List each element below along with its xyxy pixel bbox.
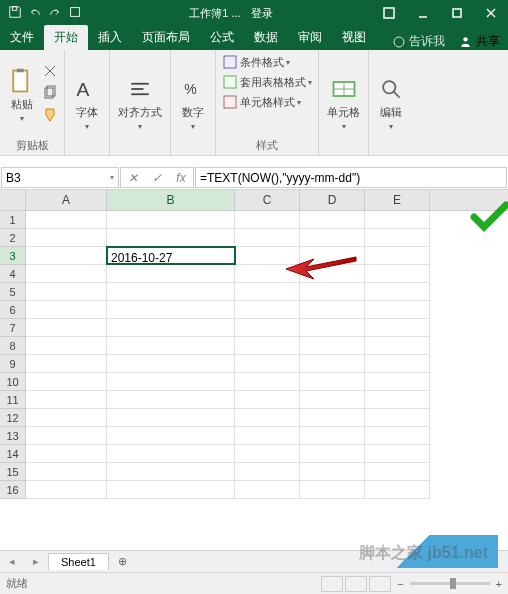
sheet-nav-next[interactable]: ▸: [24, 555, 48, 568]
group-alignment: 对齐方式▾: [110, 50, 171, 155]
cut-icon[interactable]: [42, 63, 58, 83]
group-cells: 单元格▾: [319, 50, 369, 155]
row-header[interactable]: 10: [0, 373, 26, 391]
cells-area[interactable]: document.write(Array.from({length:16},()…: [26, 211, 508, 499]
tell-me-box[interactable]: 告诉我: [387, 33, 451, 50]
name-box[interactable]: B3▾: [1, 167, 119, 188]
zoom-in-button[interactable]: +: [496, 578, 502, 590]
tab-insert[interactable]: 插入: [88, 25, 132, 50]
row-header[interactable]: 4: [0, 265, 26, 283]
align-button[interactable]: 对齐方式▾: [116, 73, 164, 133]
svg-rect-20: [224, 96, 236, 108]
copy-icon[interactable]: [42, 85, 58, 105]
cancel-icon[interactable]: ✕: [121, 171, 145, 185]
status-bar: 就绪 − +: [0, 572, 508, 594]
group-styles: 条件格式▾ 套用表格格式▾ 单元格样式▾ 样式: [216, 50, 319, 155]
format-painter-icon[interactable]: [42, 107, 58, 127]
svg-text:A: A: [77, 79, 90, 100]
spreadsheet-grid: A B C D E 1 2 3 4 5 6 7 8 9 10 11 12 13 …: [0, 190, 508, 499]
sheet-nav-prev[interactable]: ◂: [0, 555, 24, 568]
tab-review[interactable]: 审阅: [288, 25, 332, 50]
formula-input[interactable]: =TEXT(NOW(),"yyyy-mm-dd"): [195, 167, 507, 188]
row-header[interactable]: 1: [0, 211, 26, 229]
sheet-tab[interactable]: Sheet1: [48, 553, 109, 570]
zoom-out-button[interactable]: −: [397, 578, 403, 590]
svg-rect-0: [12, 7, 16, 11]
col-header-B[interactable]: B: [107, 190, 235, 210]
fx-icon[interactable]: fx: [169, 171, 193, 185]
row-header[interactable]: 12: [0, 409, 26, 427]
maximize-button[interactable]: [440, 0, 474, 26]
svg-line-25: [394, 91, 400, 97]
group-editing: 编辑▾: [369, 50, 413, 155]
col-header-E[interactable]: E: [365, 190, 430, 210]
row-header[interactable]: 16: [0, 481, 26, 499]
group-number: %数字▾: [171, 50, 216, 155]
qat-dropdown-icon[interactable]: [68, 5, 82, 21]
add-sheet-button[interactable]: ⊕: [109, 555, 137, 568]
row-header[interactable]: 14: [0, 445, 26, 463]
conditional-format-button[interactable]: 条件格式▾: [222, 54, 290, 70]
annotation-arrow-icon: [286, 249, 366, 289]
share-button[interactable]: 共享: [451, 33, 508, 50]
cell-style-button[interactable]: 单元格样式▾: [222, 94, 301, 110]
cells-button[interactable]: 单元格▾: [325, 73, 362, 133]
svg-rect-1: [71, 8, 80, 17]
editing-button[interactable]: 编辑▾: [375, 73, 407, 133]
watermark: 脚本之家 jb51.net: [329, 535, 498, 568]
undo-icon[interactable]: [28, 5, 42, 21]
login-label[interactable]: 登录: [251, 6, 273, 21]
tab-layout[interactable]: 页面布局: [132, 25, 200, 50]
row-header[interactable]: 3: [0, 247, 26, 265]
annotation-check-icon: [470, 201, 508, 239]
redo-icon[interactable]: [48, 5, 62, 21]
save-icon[interactable]: [8, 5, 22, 21]
svg-rect-10: [17, 69, 24, 73]
formula-bar: B3▾ ✕✓fx =TEXT(NOW(),"yyyy-mm-dd"): [0, 166, 508, 190]
table-format-button[interactable]: 套用表格格式▾: [222, 74, 312, 90]
doc-title: 工作簿1 ...: [189, 6, 240, 21]
view-break-button[interactable]: [369, 576, 391, 592]
row-header[interactable]: 11: [0, 391, 26, 409]
tab-file[interactable]: 文件: [0, 25, 44, 50]
row-header[interactable]: 7: [0, 319, 26, 337]
svg-rect-2: [384, 8, 394, 18]
group-font: A字体▾: [65, 50, 110, 155]
number-button[interactable]: %数字▾: [177, 73, 209, 133]
row-header[interactable]: 13: [0, 427, 26, 445]
tab-home[interactable]: 开始: [44, 25, 88, 50]
view-page-button[interactable]: [345, 576, 367, 592]
svg-rect-19: [224, 76, 236, 88]
group-clipboard: 粘贴▾ 剪贴板: [0, 50, 65, 155]
font-button[interactable]: A字体▾: [71, 73, 103, 133]
ribbon: 粘贴▾ 剪贴板 A字体▾ 对齐方式▾ %数字▾ 条件格式▾ 套用表格格式▾ 单元…: [0, 50, 508, 156]
ribbon-tabs: 文件 开始 插入 页面布局 公式 数据 审阅 视图 告诉我 共享: [0, 26, 508, 50]
col-header-A[interactable]: A: [26, 190, 107, 210]
col-header-C[interactable]: C: [235, 190, 300, 210]
svg-rect-18: [224, 56, 236, 68]
row-header[interactable]: 5: [0, 283, 26, 301]
zoom-slider[interactable]: [410, 582, 490, 585]
minimize-button[interactable]: [406, 0, 440, 26]
select-all-corner[interactable]: [0, 190, 26, 210]
row-header[interactable]: 15: [0, 463, 26, 481]
enter-icon[interactable]: ✓: [145, 171, 169, 185]
row-header[interactable]: 9: [0, 355, 26, 373]
col-header-D[interactable]: D: [300, 190, 365, 210]
row-header[interactable]: 6: [0, 301, 26, 319]
quick-access-toolbar: [0, 5, 90, 21]
paste-button[interactable]: 粘贴▾: [6, 65, 38, 125]
svg-point-8: [463, 37, 467, 41]
ribbon-options-button[interactable]: [372, 0, 406, 26]
title-bar: 工作簿1 ... 登录: [0, 0, 508, 26]
row-header[interactable]: 8: [0, 337, 26, 355]
row-header[interactable]: 2: [0, 229, 26, 247]
tab-view[interactable]: 视图: [332, 25, 376, 50]
tab-formulas[interactable]: 公式: [200, 25, 244, 50]
svg-rect-9: [13, 71, 27, 92]
svg-text:%: %: [184, 81, 196, 97]
view-normal-button[interactable]: [321, 576, 343, 592]
tab-data[interactable]: 数据: [244, 25, 288, 50]
status-ready: 就绪: [6, 576, 28, 591]
close-button[interactable]: [474, 0, 508, 26]
